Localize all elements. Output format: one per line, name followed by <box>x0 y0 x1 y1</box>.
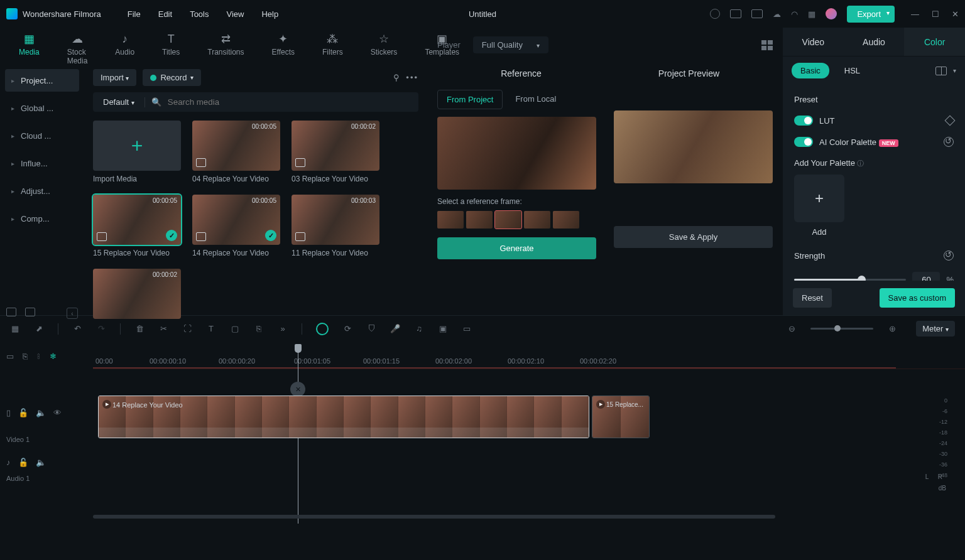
quality-dropdown[interactable]: Full Quality ▾ <box>473 36 548 53</box>
zoom-in-icon[interactable]: ⊕ <box>887 324 897 334</box>
help-icon[interactable]: ⓘ <box>857 159 864 167</box>
frame-icon[interactable]: ▢ <box>230 324 240 334</box>
delete-icon[interactable]: 🗑 <box>134 324 144 334</box>
undo-icon[interactable]: ↶ <box>72 324 82 334</box>
keyframe-icon[interactable] <box>945 116 956 126</box>
magnet-icon[interactable]: ⩉ <box>36 352 41 361</box>
device-icon[interactable] <box>730 9 741 18</box>
export-button[interactable]: Export <box>847 6 895 23</box>
tab-filters[interactable]: ⁂Filters <box>322 33 343 57</box>
reset-button[interactable]: Reset <box>793 288 832 308</box>
new-folder-icon[interactable] <box>6 308 16 316</box>
mic-icon[interactable]: 🎤 <box>390 324 400 334</box>
crop-icon[interactable]: ⛶ <box>182 324 192 334</box>
pointer-icon[interactable]: ⬈ <box>34 324 44 334</box>
tab-effects[interactable]: ✦Effects <box>272 33 295 57</box>
sidebar-item-influe[interactable]: ▸Influe... <box>5 152 79 175</box>
menu-file[interactable]: File <box>128 9 141 19</box>
add-palette-button[interactable]: + <box>794 175 844 222</box>
media-clip[interactable]: 00:00:0311 Replace Your Video <box>292 195 379 257</box>
sidebar-item-adjust[interactable]: ▸Adjust... <box>5 180 79 202</box>
collapse-sidebar-button[interactable]: ‹ <box>67 308 78 319</box>
text-icon[interactable]: T <box>206 324 216 334</box>
chevron-down-icon[interactable]: ▾ <box>953 67 956 74</box>
cloud-icon[interactable]: ☁ <box>773 9 781 19</box>
tab-stickers[interactable]: ☆Stickers <box>371 33 398 57</box>
ai-palette-toggle[interactable] <box>794 137 813 147</box>
audio-track-icon[interactable]: ♪ <box>6 458 11 467</box>
link-icon[interactable]: ⎘ <box>254 324 264 334</box>
shield-icon[interactable]: ⛉ <box>366 324 376 334</box>
grid-icon[interactable]: ▦ <box>10 324 20 334</box>
more-tools-icon[interactable]: » <box>278 324 288 334</box>
freeze-icon[interactable]: ❄ <box>50 352 57 361</box>
sort-dropdown[interactable]: Default ▾ <box>99 95 138 109</box>
user-avatar[interactable] <box>826 8 837 19</box>
lock-icon[interactable]: 🔓 <box>18 408 28 417</box>
split-icon[interactable]: ✂ <box>158 324 168 334</box>
sidebar-item-comp[interactable]: ▸Comp... <box>5 207 79 230</box>
media-clip[interactable]: 00:00:0504 Replace Your Video <box>192 121 280 183</box>
save-icon[interactable] <box>751 9 763 18</box>
tab-transitions[interactable]: ⇄Transitions <box>207 33 244 57</box>
track-link-icon[interactable]: ▭ <box>6 352 14 361</box>
maximize-button[interactable]: ☐ <box>932 9 939 19</box>
tab-color[interactable]: Color <box>904 28 965 56</box>
marker-icon[interactable]: ▣ <box>438 324 448 334</box>
headphones-icon[interactable]: ◠ <box>791 9 798 19</box>
filter-icon[interactable]: ⚲ <box>393 73 400 82</box>
save-apply-button[interactable]: Save & Apply <box>614 226 773 248</box>
record-dropdown[interactable]: Record ▾ <box>143 69 201 86</box>
mute-icon[interactable]: 🔈 <box>36 458 46 467</box>
sidebar-item-cloud[interactable]: ▸Cloud ... <box>5 124 79 147</box>
speed-icon[interactable]: ⟳ <box>342 324 352 334</box>
tab-media[interactable]: ▦Media <box>19 33 40 57</box>
timeline-ruler[interactable]: 00:00 00:00:00:10 00:00:00:20 00:00:01:0… <box>93 345 965 369</box>
tab-from-project[interactable]: From Project <box>437 90 503 109</box>
meter-dropdown[interactable]: Meter ▾ <box>916 321 955 337</box>
generate-button[interactable]: Generate <box>437 237 596 259</box>
import-media-tile[interactable]: +Import Media <box>93 121 181 183</box>
timeline-clip[interactable]: ▶ 14 Replace Your Video <box>98 396 589 438</box>
media-clip[interactable]: 00:00:02 <box>93 269 181 319</box>
menu-help[interactable]: Help <box>261 9 278 19</box>
menu-edit[interactable]: Edit <box>158 9 172 19</box>
reference-frame[interactable] <box>437 211 464 229</box>
render-icon[interactable]: ▭ <box>462 324 472 334</box>
media-clip[interactable]: 00:00:0203 Replace Your Video <box>292 121 379 183</box>
zoom-slider[interactable] <box>810 328 873 330</box>
reference-frame[interactable] <box>553 211 579 229</box>
redo-icon[interactable]: ↷ <box>96 324 106 334</box>
subtab-basic[interactable]: Basic <box>792 63 829 78</box>
reference-frame[interactable] <box>495 211 521 229</box>
layout-grid-icon[interactable] <box>761 40 773 50</box>
subtab-hsl[interactable]: HSL <box>836 63 869 78</box>
menu-view[interactable]: View <box>226 9 244 19</box>
track-link2-icon[interactable]: ⎘ <box>23 352 28 361</box>
tab-audio[interactable]: ♪Audio <box>115 33 134 57</box>
visibility-icon[interactable]: 👁 <box>53 408 62 417</box>
media-clip[interactable]: 00:00:05✓15 Replace Your Video <box>93 195 181 257</box>
mute-icon[interactable]: 🔈 <box>36 408 46 417</box>
reference-frame[interactable] <box>524 211 550 229</box>
strength-value[interactable]: 60 <box>912 272 940 281</box>
reset-icon[interactable] <box>944 250 954 261</box>
minimize-button[interactable]: — <box>911 9 919 19</box>
timeline-clip[interactable]: ▶ 15 Replace... <box>592 396 650 438</box>
strength-slider[interactable] <box>794 279 906 281</box>
playhead-knob-icon[interactable]: ✕ <box>290 382 305 397</box>
reset-icon[interactable] <box>944 137 954 147</box>
close-button[interactable]: ✕ <box>952 9 959 19</box>
folder-icon[interactable] <box>25 308 35 316</box>
sidebar-item-project[interactable]: ▸Project... <box>5 69 79 92</box>
tab-titles[interactable]: TTitles <box>162 33 180 57</box>
lut-toggle[interactable] <box>794 116 813 126</box>
menu-tools[interactable]: Tools <box>190 9 209 19</box>
more-icon[interactable]: ••• <box>406 73 418 82</box>
tab-stock-media[interactable]: ☁Stock Media <box>67 33 88 65</box>
search-input[interactable] <box>168 97 412 107</box>
compare-icon[interactable] <box>935 67 947 75</box>
apps-icon[interactable]: ▦ <box>808 9 815 19</box>
sidebar-item-global[interactable]: ▸Global ... <box>5 97 79 119</box>
smart-tool-icon[interactable] <box>316 323 329 335</box>
